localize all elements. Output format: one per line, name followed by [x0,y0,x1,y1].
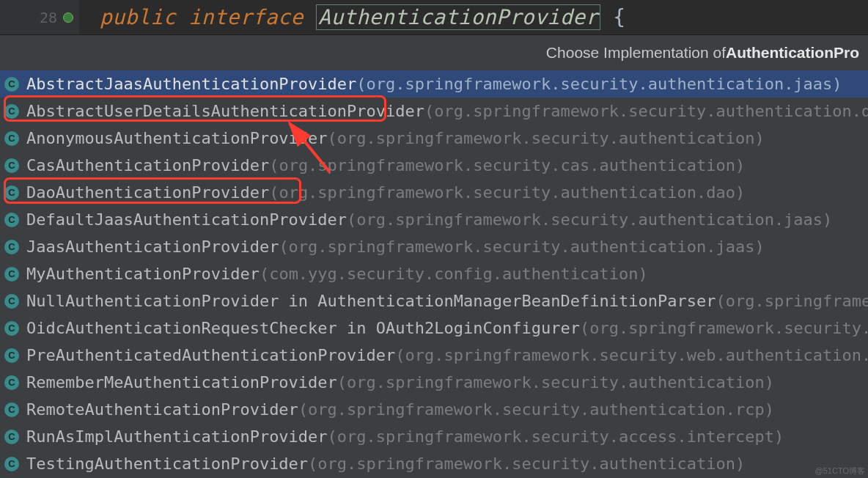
package-name: (org.springframework.security.authentica… [337,373,774,391]
class-name: AbstractJaasAuthenticationProvider [26,75,356,93]
popup-title-prefix: Choose Implementation of [546,44,726,62]
class-icon: C [4,375,19,390]
class-name: RemoteAuthenticationProvider [26,400,298,419]
list-item[interactable]: CAbstractJaasAuthenticationProvider (org… [0,70,868,98]
editor-line: 28 public interface AuthenticationProvid… [0,0,868,35]
package-name: (org.springframework.security.authentica… [424,102,868,120]
list-item[interactable]: CCasAuthenticationProvider (org.springfr… [0,152,868,179]
class-icon: C [4,240,19,254]
list-item[interactable]: CMyAuthenticationProvider (com.yyg.secur… [0,260,868,287]
class-icon: C [4,158,19,173]
list-item[interactable]: CRememberMeAuthenticationProvider (org.s… [0,369,868,396]
package-name: (org.springframework.security.web.authen… [395,346,868,364]
class-icon: C [4,348,19,363]
list-item[interactable]: CAnonymousAuthenticationProvider (org.sp… [0,125,868,152]
implemented-icon[interactable] [63,12,73,23]
class-name: NullAuthenticationProvider in Authentica… [26,292,716,310]
package-name: (org.springframework.security.cas.authen… [269,156,745,174]
class-icon: C [4,321,19,336]
class-name: TestingAuthenticationProvider [26,455,308,473]
class-name: DaoAuthenticationProvider [26,183,269,202]
popup-title: Choose Implementation of AuthenticationP… [0,35,868,70]
class-icon: C [4,213,19,227]
list-item[interactable]: CAbstractUserDetailsAuthenticationProvid… [0,98,868,125]
class-icon: C [4,294,19,309]
package-name: (org.springframework.security.authentica… [347,210,832,229]
class-icon: C [4,77,19,92]
list-item[interactable]: COidcAuthenticationRequestChecker in OAu… [0,315,868,342]
list-item[interactable]: CRemoteAuthenticationProvider (org.sprin… [0,396,868,423]
code-text[interactable]: public interface AuthenticationProvider … [79,5,868,29]
class-name: RememberMeAuthenticationProvider [26,373,337,391]
class-icon: C [4,430,19,444]
class-name: DefaultJaasAuthenticationProvider [26,210,347,229]
keyword-interface: interface [189,5,304,29]
list-item[interactable]: CTestingAuthenticationProvider (org.spri… [0,450,868,477]
package-name: (org.springframework.security.authentica… [269,183,745,202]
class-name: MyAuthenticationProvider [26,265,260,283]
class-name: AbstractUserDetailsAuthenticationProvide… [26,102,424,120]
class-icon: C [4,104,19,119]
class-icon: C [4,457,19,471]
open-brace: { [613,5,625,29]
class-name: RunAsImplAuthenticationProvider [26,427,328,446]
keyword-public: public [100,5,176,29]
editor-gutter: 28 [0,0,79,34]
class-icon: C [4,185,19,200]
list-item[interactable]: CJaasAuthenticationProvider (org.springf… [0,233,868,260]
list-item[interactable]: CDaoAuthenticationProvider (org.springfr… [0,179,868,206]
package-name: (org.springframework [716,292,868,310]
list-item[interactable]: CRunAsImplAuthenticationProvider (org.sp… [0,423,868,450]
package-name: (org.springframework.security.authentica… [279,238,764,256]
list-item[interactable]: CDefaultJaasAuthenticationProvider (org.… [0,206,868,233]
package-name: (org.springframework.security.authentica… [298,400,774,419]
class-icon: C [4,267,19,282]
class-name: JaasAuthenticationProvider [26,238,279,256]
line-number: 28 [40,9,57,26]
class-icon: C [4,402,19,417]
package-name: (org.springframework.security.authentica… [356,75,842,93]
package-name: (org.springframework.security.authentica… [328,129,765,147]
watermark: @51CTO博客 [815,466,865,477]
class-name: OidcAuthenticationRequestChecker in OAut… [26,319,580,337]
class-name: AnonymousAuthenticationProvider [26,129,328,147]
interface-name[interactable]: AuthenticationProvider [316,4,600,30]
implementation-list[interactable]: CAbstractJaasAuthenticationProvider (org… [0,70,868,478]
list-item[interactable]: CPreAuthenticatedAuthenticationProvider … [0,342,868,369]
package-name: (com.yyg.security.config.authentication) [260,265,648,283]
class-icon: C [4,131,19,146]
list-item[interactable]: CNullAuthenticationProvider in Authentic… [0,287,868,315]
package-name: (org.springframework.security.conf [580,319,868,337]
package-name: (org.springframework.security.access.int… [328,427,784,446]
package-name: (org.springframework.security.authentica… [308,455,745,473]
class-name: CasAuthenticationProvider [26,156,269,174]
popup-title-target: AuthenticationPro [726,44,859,62]
class-name: PreAuthenticatedAuthenticationProvider [26,346,395,364]
